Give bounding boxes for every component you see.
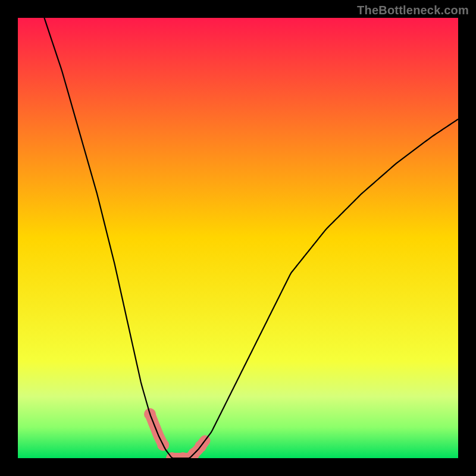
plot-area <box>18 18 458 458</box>
watermark: TheBottleneck.com <box>357 4 469 17</box>
plot-svg <box>18 18 458 458</box>
gradient-background <box>18 18 458 458</box>
chart-container: TheBottleneck.com <box>0 0 476 476</box>
